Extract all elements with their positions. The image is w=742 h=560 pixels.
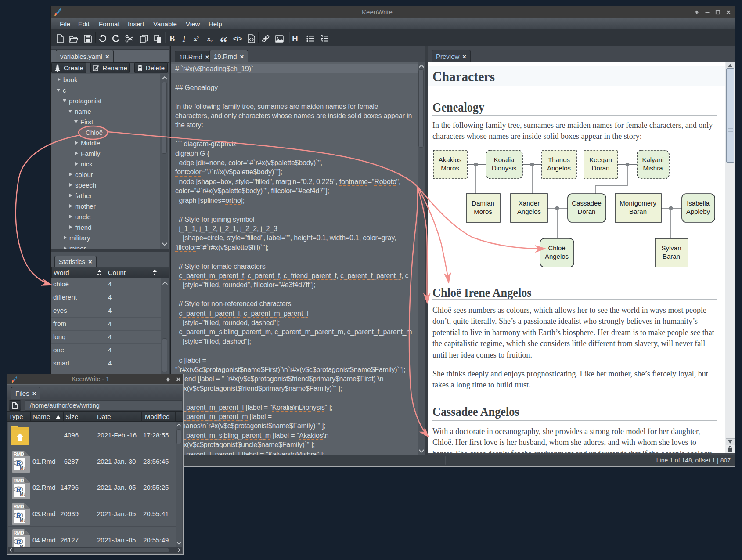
svg-text:Damian: Damian [472, 199, 494, 207]
svg-text:Montgomery: Montgomery [620, 199, 656, 207]
svg-text:Cassadee: Cassadee [572, 199, 602, 207]
svg-text:Keegan: Keegan [589, 156, 612, 163]
svg-text:Baran: Baran [663, 253, 680, 260]
svg-text:Sylvan: Sylvan [661, 244, 681, 252]
svg-text:Appleby: Appleby [686, 208, 710, 215]
svg-text:Angelos: Angelos [547, 164, 571, 172]
svg-text:Moros: Moros [474, 208, 492, 215]
svg-text:Doran: Doran [578, 208, 596, 215]
svg-text:Chloë: Chloë [548, 244, 565, 252]
svg-text:Mishra: Mishra [643, 164, 663, 172]
svg-text:Moros: Moros [441, 164, 459, 172]
svg-text:Dionysis: Dionysis [492, 164, 517, 172]
svg-text:Thanos: Thanos [548, 156, 570, 163]
svg-text:Koralia: Koralia [494, 156, 515, 163]
svg-text:Doran: Doran [592, 164, 610, 172]
svg-text:Isabella: Isabella [687, 199, 710, 207]
svg-text:Xander: Xander [519, 199, 540, 207]
svg-text:Angelos: Angelos [545, 253, 569, 260]
svg-text:Baran: Baran [629, 208, 647, 215]
svg-text:Angelos: Angelos [517, 208, 541, 215]
svg-text:Kalyani: Kalyani [642, 156, 663, 163]
svg-text:Akakios: Akakios [439, 156, 462, 163]
